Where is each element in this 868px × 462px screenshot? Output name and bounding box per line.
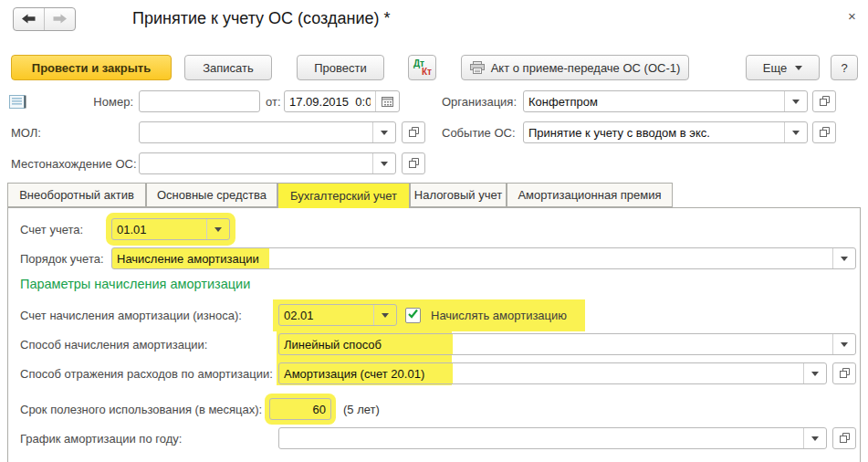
number-label: Номер: [55,91,133,113]
dropdown-icon[interactable] [373,305,396,325]
tab-amortizatsionnaya-premiya[interactable]: Амортизационная премия [507,183,673,207]
dropdown-icon[interactable] [372,122,395,142]
open-icon [840,367,850,381]
printer-icon [470,61,485,74]
mol-label: МОЛ: [11,122,41,144]
method-input[interactable] [279,334,832,354]
date-input[interactable] [285,91,375,111]
calendar-icon[interactable] [375,91,399,111]
useful-life-input[interactable] [270,399,330,419]
depreciation-account-input[interactable] [279,305,373,325]
open-icon [820,126,830,140]
chevron-down-icon [795,66,802,70]
open-icon [409,126,419,140]
organization-open-button[interactable] [812,90,836,112]
tab-vneoborotny-aktiv[interactable]: Внеоборотный актив [7,183,146,207]
organization-label: Организация: [442,91,517,113]
expense-method-open-button[interactable] [832,362,856,384]
dropdown-icon[interactable] [372,153,395,173]
back-button[interactable] [14,8,44,30]
location-label: Местонахождение ОС: [11,153,137,175]
back-icon [22,13,36,26]
expense-method-label: Способ отражения расходов по амортизации… [20,363,273,385]
checkmark-icon [407,309,419,322]
location-input[interactable] [140,153,372,173]
number-field[interactable] [139,90,260,112]
dropdown-icon[interactable] [206,219,229,239]
schedule-label: График амортизации по году: [20,428,182,450]
useful-life-label: Срок полезного использования (в месяцах)… [20,399,262,421]
event-label: Событие ОС: [442,122,516,144]
page-title: Принятие к учету ОС (создание) * [132,9,391,28]
mol-input[interactable] [140,122,372,142]
mol-field[interactable] [139,121,396,143]
tab-osnovnye-sredstva[interactable]: Основные средства [146,183,277,207]
forward-button[interactable] [44,8,75,30]
method-field[interactable] [278,333,856,355]
date-label: от: [266,91,281,113]
history-nav-group [13,7,76,31]
event-open-button[interactable] [812,121,836,143]
post-button[interactable]: Провести [297,55,384,80]
order-input[interactable] [112,248,832,268]
dropdown-icon[interactable] [784,122,807,142]
close-icon[interactable]: × [848,8,856,24]
account-field[interactable] [111,218,230,240]
schedule-input[interactable] [279,428,803,448]
schedule-open-button[interactable] [832,427,856,449]
organization-input[interactable] [524,91,784,111]
depreciation-account-field[interactable] [278,304,397,326]
credit-icon: Кт [422,67,432,77]
location-open-button[interactable] [402,152,425,174]
mol-open-button[interactable] [402,121,425,143]
organization-field[interactable] [523,90,808,112]
forward-icon [53,13,67,26]
useful-life-field[interactable] [269,398,331,420]
dropdown-icon[interactable] [803,428,826,448]
open-icon [840,432,850,446]
number-input[interactable] [140,91,259,111]
tab-nalogovy-uchet[interactable]: Налоговый учет [410,183,507,207]
save-button[interactable]: Записать [184,55,272,80]
post-and-close-button[interactable]: Провести и закрыть [11,55,172,80]
help-button[interactable]: ? [831,55,858,80]
print-act-button[interactable]: Акт о приеме-передаче ОС (ОС-1) [461,55,689,80]
location-field[interactable] [139,152,396,174]
schedule-field[interactable] [278,427,827,449]
account-label: Счет учета: [20,219,83,241]
open-icon [820,95,830,109]
dropdown-icon[interactable] [784,91,807,111]
section-title-depreciation-params: Параметры начисления амортизации [20,277,250,291]
window-fixed-asset-acceptance: Принятие к учету ОС (создание) * × Прове… [0,0,868,462]
accrue-depreciation-label[interactable]: Начислять амортизацию [431,305,567,327]
dropdown-icon[interactable] [803,363,826,383]
dropdown-icon[interactable] [832,248,855,268]
expense-method-field[interactable] [278,362,827,384]
event-field[interactable] [523,121,808,143]
dropdown-icon[interactable] [832,334,855,354]
expense-method-input[interactable] [279,363,803,383]
method-label: Способ начисления амортизации: [20,334,208,356]
date-field[interactable] [284,90,400,112]
open-icon [409,157,419,171]
accrue-depreciation-checkbox[interactable] [405,308,421,323]
useful-life-hint: (5 лет) [343,399,380,421]
order-field[interactable] [111,247,856,269]
tab-buhgalterskiy-uchet[interactable]: Бухгалтерский учет [277,183,410,208]
depreciation-account-label: Счет начисления амортизации (износа): [20,305,242,327]
print-act-label: Акт о приеме-передаче ОС (ОС-1) [491,61,681,75]
more-label: Еще [763,61,787,75]
account-input[interactable] [112,219,206,239]
document-icon [9,91,26,113]
more-button[interactable]: Еще [746,55,820,80]
event-input[interactable] [524,122,784,142]
order-label: Порядок учета: [20,248,104,270]
show-postings-button[interactable]: Дт Кт [408,55,436,80]
